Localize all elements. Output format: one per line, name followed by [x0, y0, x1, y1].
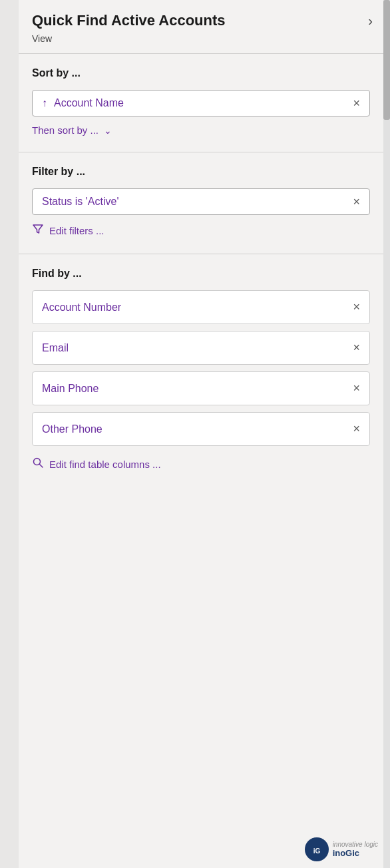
- edit-find-label: Edit find table columns ...: [49, 459, 161, 470]
- sort-item-text: Account Name: [54, 97, 124, 109]
- footer-tagline: innovative logic: [333, 841, 378, 848]
- sort-section-label: Sort by ...: [32, 67, 370, 79]
- filter-item[interactable]: Status is 'Active' ×: [32, 188, 370, 215]
- svg-line-1: [40, 465, 43, 468]
- search-icon: [32, 457, 44, 471]
- filter-section: Filter by ... Status is 'Active' × Edit …: [19, 152, 383, 254]
- sort-up-icon: ↑: [42, 97, 47, 109]
- filter-section-label: Filter by ...: [32, 166, 370, 178]
- find-item-close-button[interactable]: ×: [353, 422, 360, 436]
- filter-item-left: Status is 'Active': [42, 196, 118, 208]
- find-section: Find by ... Account Number×Email×Main Ph…: [19, 254, 383, 491]
- sort-item-left: ↑ Account Name: [42, 97, 124, 109]
- find-item-text: Email: [42, 342, 69, 354]
- header-chevron-icon[interactable]: ›: [368, 13, 373, 29]
- find-item-text: Account Number: [42, 302, 121, 314]
- find-item[interactable]: Main Phone×: [32, 371, 370, 405]
- then-sort-label: Then sort by ...: [32, 124, 98, 136]
- svg-text:iG: iG: [313, 847, 320, 855]
- edit-filters-label: Edit filters ...: [49, 225, 104, 236]
- page-title: Quick Find Active Accounts: [32, 12, 226, 29]
- sort-item-close-button[interactable]: ×: [353, 97, 360, 109]
- then-sort-chevron-icon: ⌄: [104, 125, 112, 136]
- header: Quick Find Active Accounts ›: [19, 0, 383, 33]
- find-items-list: Account Number×Email×Main Phone×Other Ph…: [32, 290, 370, 446]
- edit-filters-button[interactable]: Edit filters ...: [32, 223, 370, 238]
- find-item[interactable]: Other Phone×: [32, 412, 370, 446]
- footer-brand: inoGic: [333, 848, 378, 858]
- find-item[interactable]: Account Number×: [32, 290, 370, 324]
- sort-section: Sort by ... ↑ Account Name × Then sort b…: [19, 54, 383, 152]
- edit-find-button[interactable]: Edit find table columns ...: [32, 453, 370, 475]
- find-item-close-button[interactable]: ×: [353, 341, 360, 355]
- funnel-icon: [32, 223, 44, 238]
- find-item-text: Other Phone: [42, 423, 102, 435]
- sort-item[interactable]: ↑ Account Name ×: [32, 90, 370, 116]
- inogic-logo-icon: iG: [303, 836, 330, 863]
- filter-item-text: Status is 'Active': [42, 196, 118, 208]
- then-sort-button[interactable]: Then sort by ... ⌄: [32, 124, 370, 136]
- find-item[interactable]: Email×: [32, 331, 370, 365]
- find-item-close-button[interactable]: ×: [353, 381, 360, 395]
- find-item-text: Main Phone: [42, 383, 98, 395]
- find-section-label: Find by ...: [32, 268, 370, 280]
- view-label: View: [19, 33, 383, 53]
- filter-item-close-button[interactable]: ×: [353, 196, 360, 208]
- find-item-close-button[interactable]: ×: [353, 300, 360, 314]
- footer: iG innovative logic inoGic: [303, 836, 378, 863]
